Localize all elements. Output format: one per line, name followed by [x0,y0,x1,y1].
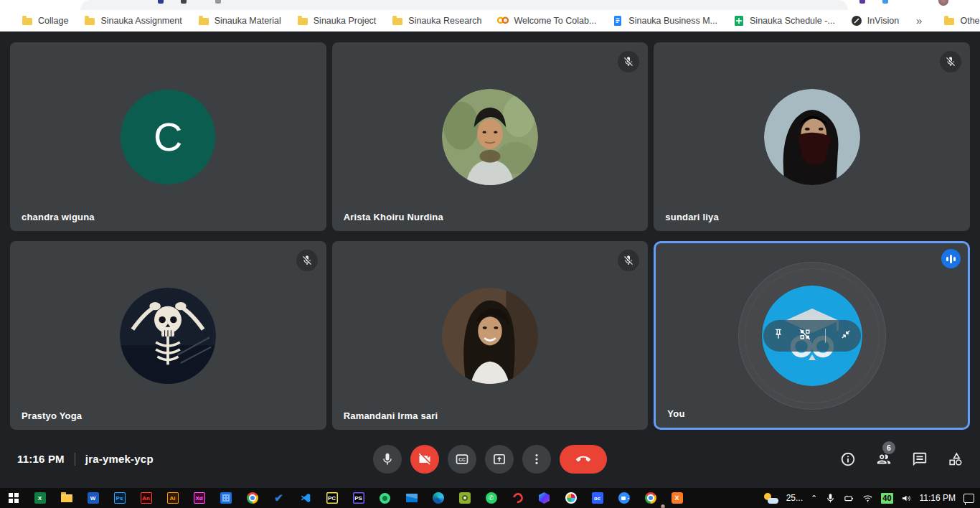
screen-app-icon[interactable] [504,488,531,508]
avatar-initial: C [121,90,215,184]
windows-taskbar: X W Ps An Ai Xd ✔ PC PS ✆ oc [0,488,980,508]
meeting-code: jra-ymek-ycp [85,453,154,465]
chat-icon[interactable] [911,451,928,468]
remove-tile-icon[interactable] [798,327,812,344]
excel-icon[interactable]: X [27,488,53,508]
avatar-photo [442,89,538,185]
extension-icon[interactable] [859,0,865,4]
bookmark-sinauka-assignment[interactable]: Sinauka Assignment [78,12,192,29]
avatar-photo [442,288,538,384]
volume-icon[interactable] [901,493,912,504]
people-icon[interactable]: 6 [875,451,892,468]
android-emulator-icon[interactable] [372,488,398,508]
folder-icon [85,18,95,25]
participant-tile-you[interactable]: You [654,241,970,430]
mail-icon[interactable] [398,488,425,508]
video-call-app-icon[interactable] [611,488,637,508]
chrome-profile-icon[interactable] [637,488,664,508]
hang-up-button[interactable] [560,445,607,474]
activities-icon[interactable] [947,451,964,468]
pin-icon[interactable] [771,327,786,344]
folder-icon [298,18,308,25]
calendar-icon[interactable] [212,488,239,508]
colab-icon [497,15,509,27]
participant-name: Prastyo Yoga [22,410,82,421]
illustrator-icon[interactable]: Ai [159,488,186,508]
battery-meter-badge[interactable]: 40 [881,493,892,504]
bookmark-sinauka-material[interactable]: Sinauka Material [192,12,291,29]
action-center-icon[interactable] [963,494,974,503]
avatar-photo [120,288,216,384]
weather-icon[interactable] [764,493,778,504]
participant-grid: C chandra wiguna [0,32,980,430]
minimize-icon[interactable] [839,327,853,344]
word-icon[interactable]: W [80,488,106,508]
tile-hover-actions [763,320,861,352]
meeting-info-icon[interactable] [839,451,857,468]
extension-icon[interactable] [882,0,888,4]
participant-tile-sundari[interactable]: sundari liya [654,42,970,231]
svg-text:CC: CC [458,456,466,461]
camera-off-button[interactable] [410,445,439,474]
hexagon-app-icon[interactable] [531,488,557,508]
camera-app-icon[interactable] [451,488,478,508]
windows-start-icon[interactable] [0,488,27,508]
photoshop-icon[interactable]: Ps [106,488,133,508]
tray-clock[interactable]: 11:16 PM [920,493,956,503]
folder-icon [22,18,32,25]
vscode-icon[interactable] [292,488,319,508]
animate-icon[interactable]: An [133,488,159,508]
todo-check-icon[interactable]: ✔ [265,488,292,508]
phpstorm-icon[interactable]: PS [345,488,372,508]
google-sheets-icon [733,15,745,27]
bookmark-label: Collage [38,16,68,26]
tray-mic-icon[interactable] [825,493,836,504]
tray-chevron-icon[interactable]: ⌃ [811,494,817,503]
edge-icon[interactable] [425,488,451,508]
bookmark-sinauka-schedule[interactable]: Sinauka Schedule -... [727,12,845,29]
whatsapp-icon[interactable]: ✆ [478,488,504,508]
weather-temperature[interactable]: 25... [786,493,803,503]
pycharm-icon[interactable]: PC [319,488,345,508]
adobe-xd-icon[interactable]: Xd [186,488,212,508]
more-options-button[interactable] [522,445,551,474]
extension-icon[interactable] [158,0,164,4]
xampp-icon[interactable]: X [664,488,690,508]
bookmark-invision[interactable]: InVision [845,12,909,29]
bookmark-label: Sinauka Material [215,16,281,26]
participant-tile-chandra[interactable]: C chandra wiguna [10,42,326,231]
wifi-icon[interactable] [862,493,873,504]
extension-icon[interactable] [215,0,221,4]
folder-icon [944,18,954,25]
mic-muted-icon [618,250,639,271]
invision-icon [851,15,862,27]
bookmark-label: Sinauka Research [408,16,481,26]
participant-tile-ramandani[interactable]: Ramandani Irma sari [332,241,649,430]
avatar-photo [764,89,860,185]
profile-avatar[interactable] [938,0,948,6]
bookmarks-overflow-chevron[interactable]: » [909,14,929,27]
omnibox-sliver[interactable] [80,0,848,10]
file-explorer-icon[interactable] [53,488,80,508]
bookmark-sinauka-business[interactable]: Sinauka Business M... [606,12,727,29]
other-bookmarks[interactable]: Other bookmarks [938,12,980,29]
meet-control-bar: 11:16 PM jra-ymek-ycp CC [0,430,980,488]
bookmark-welcome-to-colab[interactable]: Welcome To Colab... [491,12,606,29]
bookmark-collage[interactable]: Collage [16,12,78,29]
participant-tile-arista[interactable]: Arista Khoiru Nurdina [332,42,649,231]
participant-tile-prastyo[interactable]: Prastyo Yoga [10,241,326,430]
mic-button[interactable] [373,445,402,474]
pinwheel-app-icon[interactable] [557,488,584,508]
participant-name: chandra wiguna [22,212,95,222]
bookmark-sinauka-project[interactable]: Sinauka Project [291,12,387,29]
bookmark-label: Sinauka Project [314,16,377,26]
captions-button[interactable]: CC [448,445,476,474]
other-bookmarks-label: Other bookmarks [960,16,980,26]
extension-icon[interactable] [181,0,187,4]
present-button[interactable] [485,445,514,474]
chrome-icon[interactable] [239,488,265,508]
google-docs-icon [612,15,623,27]
oc-app-icon[interactable]: oc [584,488,611,508]
bookmark-sinauka-research[interactable]: Sinauka Research [386,12,491,29]
battery-icon[interactable] [844,493,854,504]
